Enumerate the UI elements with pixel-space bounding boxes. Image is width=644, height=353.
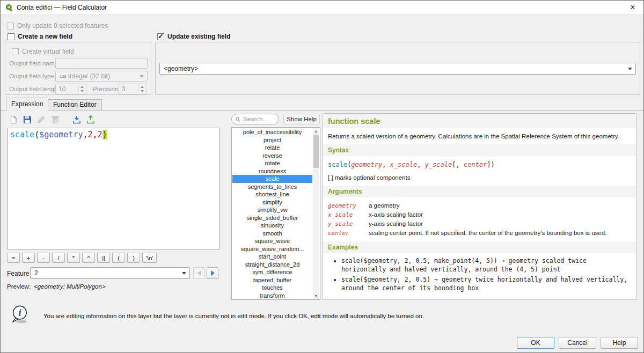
- code-token: $geometry: [39, 130, 83, 139]
- delete-expression-button[interactable]: [49, 113, 61, 126]
- operator-button[interactable]: /: [52, 253, 65, 263]
- create-virtual-row: Create virtual field: [12, 48, 74, 55]
- function-list-item[interactable]: shortest_line: [232, 190, 312, 198]
- only-update-label: Only update 0 selected features: [17, 22, 108, 30]
- save-expression-button[interactable]: [21, 113, 33, 126]
- help-title-band: function scale: [323, 114, 636, 128]
- output-field-length-value: 10: [58, 85, 65, 93]
- next-feature-button[interactable]: [207, 267, 218, 279]
- chevron-down-icon: [140, 75, 144, 78]
- operator-button[interactable]: ||: [97, 253, 110, 263]
- function-list-item[interactable]: single_sided_buffer: [232, 214, 312, 222]
- precision-label: Precision: [93, 86, 118, 92]
- update-existing-checkbox[interactable]: [157, 33, 164, 40]
- chevron-down-icon: [628, 68, 632, 70]
- expression-code: scale($geometry,2,2): [8, 128, 219, 141]
- close-button[interactable]: ×: [627, 2, 638, 13]
- argument-name: geometry: [328, 202, 362, 209]
- expression-editor[interactable]: scale($geometry,2,2): [7, 128, 219, 249]
- search-icon: [235, 116, 241, 122]
- tab-expression[interactable]: Expression: [6, 98, 48, 111]
- create-virtual-checkbox[interactable]: [12, 48, 19, 55]
- operator-button[interactable]: (: [112, 253, 125, 263]
- examples-list: scale($geometry, 2, 0.5, make_point(4, 5…: [323, 253, 636, 299]
- output-field-type-combo[interactable]: 123 Integer (32 bit): [55, 71, 148, 82]
- cancel-button[interactable]: Cancel: [559, 337, 596, 349]
- import-expressions-button[interactable]: [70, 113, 83, 126]
- spin-up-button[interactable]: [79, 85, 85, 89]
- function-list-item[interactable]: reverse: [232, 152, 312, 160]
- tab-function-editor[interactable]: Function Editor: [48, 99, 102, 111]
- argument-description: x-axis scaling factor: [369, 211, 631, 218]
- previous-feature-button[interactable]: [193, 267, 205, 279]
- function-list-item[interactable]: straight_distance_2d: [232, 261, 312, 269]
- operator-button[interactable]: -: [37, 253, 50, 263]
- syntax-token: ): [491, 161, 495, 168]
- function-list-item[interactable]: simplify: [232, 198, 312, 207]
- operator-button[interactable]: +: [22, 253, 35, 263]
- ok-button[interactable]: OK: [517, 337, 554, 349]
- function-list-item[interactable]: square_wave: [232, 237, 312, 245]
- save-expression-icon: [23, 115, 32, 124]
- operator-button[interactable]: ): [127, 253, 140, 263]
- function-list-item[interactable]: pole_of_inaccessibility: [232, 128, 312, 136]
- spin-down-button[interactable]: [139, 89, 145, 93]
- create-new-field-checkbox[interactable]: [8, 33, 14, 40]
- operator-button[interactable]: =: [7, 253, 20, 263]
- operator-button[interactable]: ^: [82, 253, 95, 263]
- precision-value: 3: [122, 85, 126, 93]
- output-field-length-label: Output field length: [9, 86, 59, 92]
- search-input[interactable]: [243, 116, 275, 122]
- argument-name: y_scale: [328, 220, 362, 227]
- scrollbar-up-icon[interactable]: ▲: [313, 128, 319, 134]
- spin-up-button[interactable]: [139, 85, 145, 89]
- function-list-item[interactable]: sinuosity: [232, 222, 312, 230]
- create-field-header: Create a new field: [8, 33, 72, 40]
- function-list-item[interactable]: segments_to_lines: [232, 183, 312, 191]
- create-virtual-label: Create virtual field: [22, 48, 74, 55]
- function-list-item[interactable]: relate: [232, 144, 312, 152]
- function-list-item[interactable]: touches: [232, 284, 312, 292]
- show-help-button[interactable]: Show Help: [283, 114, 320, 124]
- function-list-item[interactable]: transform: [232, 292, 312, 300]
- spinner-buttons: [138, 85, 145, 93]
- only-update-checkbox[interactable]: [7, 23, 14, 30]
- edit-expression-button[interactable]: [35, 113, 47, 126]
- function-list-item[interactable]: project: [232, 136, 312, 144]
- export-expressions-button[interactable]: [84, 113, 97, 126]
- syntax-line: scale(geometry, x_scale, y_scale[, cente…: [323, 156, 636, 170]
- output-field-name-input[interactable]: [55, 58, 148, 69]
- feature-combo[interactable]: 2: [30, 267, 190, 279]
- scrollbar-down-icon[interactable]: ▼: [313, 293, 319, 299]
- import-expressions-icon: [72, 115, 81, 124]
- syntax-token: center: [464, 161, 487, 168]
- scrollbar-thumb[interactable]: [313, 135, 319, 168]
- edit-expression-icon: [37, 115, 46, 124]
- spin-down-button[interactable]: [79, 89, 85, 93]
- code-token: 2: [88, 130, 93, 139]
- function-list-item[interactable]: smooth: [232, 230, 312, 238]
- syntax-token: ,: [417, 161, 425, 168]
- function-list-item[interactable]: tapered_buffer: [232, 276, 312, 284]
- precision-spin[interactable]: 3: [119, 84, 147, 94]
- examples-heading: Examples: [323, 241, 636, 253]
- function-list-item[interactable]: rotate: [232, 159, 312, 167]
- info-icon: i: [10, 304, 31, 325]
- function-list: pole_of_inaccessibilityprojectrelatereve…: [231, 127, 320, 300]
- function-list-item[interactable]: simplify_vw: [232, 206, 312, 214]
- operator-buttons: =+-/*^||()'\n': [7, 253, 157, 263]
- function-list-item[interactable]: square_wave_random...: [232, 245, 312, 253]
- function-list-item[interactable]: roundness: [232, 167, 312, 175]
- new-expression-button[interactable]: [7, 113, 19, 126]
- output-field-length-spin[interactable]: 10: [55, 84, 86, 94]
- argument-description: a geometry: [369, 202, 631, 209]
- existing-field-combo[interactable]: <geometry>: [159, 63, 636, 75]
- window-title: Conta edifici — Field Calculator: [17, 4, 107, 11]
- function-list-item[interactable]: start_point: [232, 253, 312, 261]
- operator-button[interactable]: '\n': [142, 253, 157, 263]
- function-list-item[interactable]: sym_difference: [232, 268, 312, 276]
- function-list-item[interactable]: scale: [232, 175, 312, 183]
- titlebar[interactable]: Conta edifici — Field Calculator ×: [1, 1, 643, 14]
- help-button[interactable]: Help: [601, 337, 638, 349]
- operator-button[interactable]: *: [67, 253, 80, 263]
